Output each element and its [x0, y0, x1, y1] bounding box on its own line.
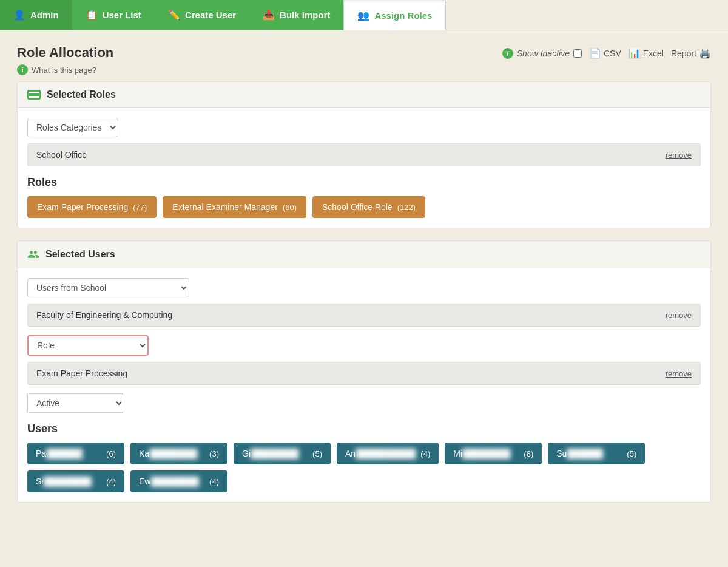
selected-role-category-name: School Office: [36, 150, 87, 160]
tab-assign-roles-label: Assign Roles: [374, 10, 432, 21]
role-dropdown[interactable]: Role Exam Paper Processing: [27, 335, 149, 356]
csv-icon: 📄: [589, 47, 601, 59]
user-badge-5-count: (5): [627, 449, 636, 458]
tab-user-list[interactable]: 📋 User List: [72, 0, 155, 30]
report-label: Report: [671, 49, 696, 58]
users-from-school-dropdown[interactable]: Users from School Faculty of Engineering…: [27, 278, 189, 297]
user-badge-5-name: Su██████: [556, 449, 603, 458]
tab-bulk-import-label: Bulk Import: [280, 10, 330, 20]
role-badge-2-name: School Office Role: [322, 202, 393, 212]
user-badge-2-name: Gi████████: [242, 449, 298, 458]
user-badges-container: Pa██████ (6) Ka████████ (3) Gi████████ (…: [27, 443, 701, 492]
show-inactive-checkbox[interactable]: [573, 49, 582, 58]
role-badge-0-name: Exam Paper Processing: [37, 202, 128, 212]
admin-icon: 👤: [13, 9, 25, 21]
excel-button[interactable]: 📊 Excel: [629, 47, 664, 59]
user-badge-1-count: (3): [209, 449, 219, 458]
page-title-left: Role Allocation i What is this page?: [17, 45, 113, 75]
excel-icon: 📊: [629, 47, 641, 59]
user-badge-3-name: An██████████: [345, 449, 416, 458]
tab-assign-roles[interactable]: 👥 Assign Roles: [343, 1, 446, 30]
user-badge-6-name: Si████████: [36, 477, 92, 486]
selected-users-body: Users from School Faculty of Engineering…: [18, 268, 710, 502]
selected-users-card: Selected Users Users from School Faculty…: [17, 240, 711, 503]
user-badge-4-name: Mi████████: [453, 449, 510, 458]
user-badge-4-count: (8): [524, 449, 533, 458]
selected-roles-title: Selected Roles: [47, 89, 116, 100]
selected-role-name: Exam Paper Processing: [36, 368, 127, 378]
user-badge-0-name: Pa██████: [36, 449, 83, 458]
user-badge-2[interactable]: Gi████████ (5): [234, 443, 331, 464]
user-badge-2-count: (5): [312, 449, 322, 458]
csv-button[interactable]: 📄 CSV: [589, 47, 621, 59]
role-badge-0[interactable]: Exam Paper Processing (77): [27, 196, 157, 218]
user-badge-1-name: Ka████████: [139, 449, 197, 458]
roles-categories-dropdown[interactable]: Roles Categories School Office: [27, 118, 118, 137]
csv-label: CSV: [604, 49, 621, 58]
selected-roles-icon: [27, 90, 41, 100]
selected-role-category-row: School Office remove: [27, 143, 701, 166]
page-title-row: Role Allocation i What is this page? i S…: [17, 45, 711, 75]
tab-create-user-label: Create User: [185, 10, 236, 20]
tab-bulk-import[interactable]: 📥 Bulk Import: [249, 0, 343, 30]
user-badge-5[interactable]: Su██████ (5): [548, 443, 645, 464]
tab-create-user[interactable]: ✏️ Create User: [155, 0, 249, 30]
tab-user-list-label: User List: [103, 10, 141, 20]
role-badge-1-name: External Examiner Manager: [172, 202, 278, 212]
user-badge-6-count: (4): [106, 477, 116, 486]
bulk-import-icon: 📥: [263, 9, 275, 21]
status-row: Active Inactive All: [27, 393, 701, 413]
user-badge-3-count: (4): [420, 449, 430, 458]
remove-school-link[interactable]: remove: [666, 311, 692, 320]
selected-roles-body: Roles Categories School Office School Of…: [18, 108, 710, 228]
main-content: Role Allocation i What is this page? i S…: [0, 30, 728, 529]
role-badge-2[interactable]: School Office Role (122): [312, 196, 425, 218]
nav-tabs: 👤 Admin 📋 User List ✏️ Create User 📥 Bul…: [0, 0, 728, 30]
selected-school-row: Faculty of Engineering & Computing remov…: [27, 304, 701, 327]
user-badge-4[interactable]: Mi████████ (8): [445, 443, 542, 464]
show-inactive-info-icon: i: [502, 48, 513, 59]
user-badge-3[interactable]: An██████████ (4): [337, 443, 439, 464]
role-badge-1-count: (60): [283, 203, 297, 212]
user-badge-7-count: (4): [209, 477, 219, 486]
user-badge-7[interactable]: Ew████████ (4): [130, 470, 228, 492]
export-tools: i Show Inactive 📄 CSV 📊 Excel Report 🖨️: [502, 47, 711, 59]
role-badge-2-count: (122): [397, 203, 416, 212]
create-user-icon: ✏️: [168, 9, 180, 21]
help-text: What is this page?: [32, 66, 96, 75]
role-badge-1[interactable]: External Examiner Manager (60): [163, 196, 306, 218]
user-badge-0[interactable]: Pa██████ (6): [27, 443, 124, 464]
role-badge-0-count: (77): [133, 203, 147, 212]
users-label: Users: [27, 423, 701, 435]
tab-admin-label: Admin: [30, 10, 59, 20]
selected-users-title: Selected Users: [46, 249, 115, 260]
selected-roles-card: Selected Roles Roles Categories School O…: [17, 81, 711, 228]
excel-label: Excel: [643, 49, 664, 58]
selected-school-name: Faculty of Engineering & Computing: [36, 310, 172, 320]
selected-role-row: Exam Paper Processing remove: [27, 362, 701, 385]
user-badge-7-name: Ew████████: [139, 477, 199, 486]
help-info-icon: i: [17, 64, 28, 75]
roles-label: Roles: [27, 176, 701, 189]
user-badge-1[interactable]: Ka████████ (3): [130, 443, 228, 464]
user-badge-0-count: (6): [106, 449, 116, 458]
status-dropdown[interactable]: Active Inactive All: [27, 393, 124, 413]
assign-roles-icon: 👥: [357, 10, 369, 21]
print-icon: 🖨️: [699, 47, 711, 59]
remove-role-category-link[interactable]: remove: [666, 151, 692, 160]
role-select-row: Role Exam Paper Processing: [27, 335, 701, 356]
selected-users-header: Selected Users: [18, 241, 710, 268]
remove-role-link[interactable]: remove: [666, 369, 692, 378]
tab-admin[interactable]: 👤 Admin: [0, 0, 72, 30]
user-badge-6[interactable]: Si████████ (4): [27, 470, 124, 492]
selected-roles-header: Selected Roles: [18, 82, 710, 108]
selected-users-icon: [27, 248, 39, 260]
report-button[interactable]: Report 🖨️: [671, 47, 711, 59]
user-list-icon: 📋: [86, 9, 98, 21]
page-help[interactable]: i What is this page?: [17, 64, 113, 75]
show-inactive-text: Show Inactive: [517, 49, 570, 58]
page-title: Role Allocation: [17, 45, 113, 61]
role-badges-container: Exam Paper Processing (77) External Exam…: [27, 196, 701, 218]
show-inactive-label[interactable]: i Show Inactive: [502, 48, 582, 59]
